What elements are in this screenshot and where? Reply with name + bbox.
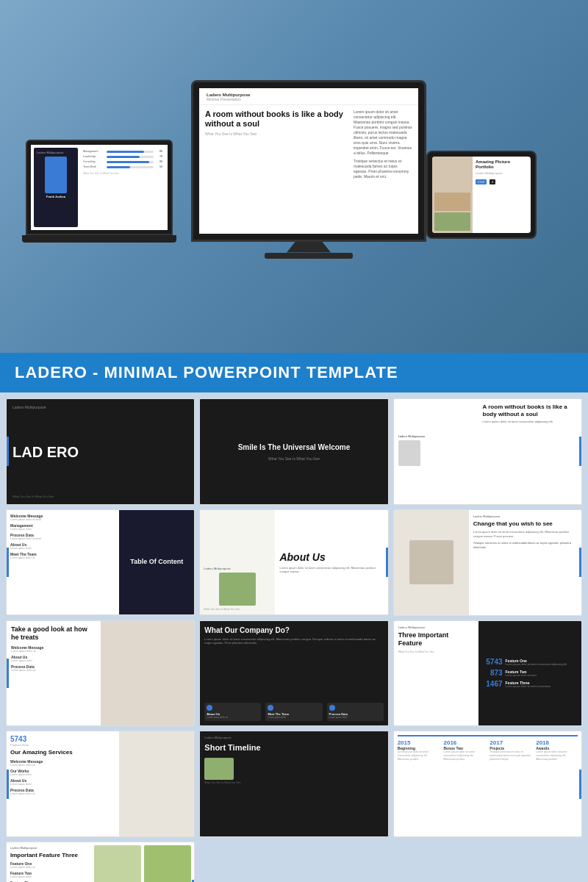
company-icon-3 bbox=[329, 705, 335, 711]
slide-6-brand: Ladero Multipurpose bbox=[473, 514, 577, 518]
look-item-3: Process DataLorem ipsum dolor sit bbox=[11, 664, 96, 672]
feature-num-3: 1467 bbox=[482, 680, 503, 688]
slide-important-feature-three: Ladero Multipurpose Important Feature Th… bbox=[6, 842, 195, 882]
slide-10-num-sub: Projects Done bbox=[10, 743, 115, 747]
toc-item-1: Welcome MessageLorem ipsum dolor sit ame… bbox=[10, 514, 115, 521]
laptop-device: Ladero Multipurpose Frank Joshua Managam… bbox=[22, 140, 176, 243]
tablet-title: Amazing Picture Portfolio bbox=[476, 159, 528, 170]
slide-6-accent-bar bbox=[579, 548, 581, 577]
year-2016-text: Lorem ipsum dolor sit amet consectetur a… bbox=[444, 750, 486, 761]
service-item-2: Our WorksLorem ipsum dolor bbox=[10, 769, 115, 776]
toc-item-4: About UsLorem ipsum dolor bbox=[10, 542, 115, 550]
year-2015-text: Lorem ipsum dolor sit amet consectetur a… bbox=[398, 750, 440, 761]
slide-7-title: Take a good look at how he treats bbox=[11, 625, 96, 642]
laptop-body bbox=[22, 235, 176, 243]
monitor-body: Lorem ipsum dolor sit amet consectetur a… bbox=[354, 110, 412, 156]
slide-6-title: Change that you wish to see bbox=[473, 520, 577, 528]
tablet-stat-1: 5743 bbox=[476, 179, 487, 184]
slide-11-title: Short Timeline bbox=[204, 742, 383, 753]
company-item-3: Process Data Lorem ipsum dolor bbox=[327, 703, 384, 721]
slide-1-footer: What You See Is What You See bbox=[12, 495, 188, 498]
company-icon-2 bbox=[268, 705, 273, 711]
slide-1-accent-bar bbox=[7, 437, 9, 466]
slide-3-body: Lorem ipsum dolor sit amet consectetur a… bbox=[483, 420, 577, 424]
feat-item-1: Feature OneLorem ipsum dolor sit bbox=[10, 861, 87, 869]
monitor-device: Ladero Multipurpose Minimal Presentation… bbox=[191, 80, 426, 259]
slide-11-footer: What You See Is What You See bbox=[204, 781, 383, 784]
slide-10-accent-bar bbox=[7, 770, 9, 799]
tablet: Amazing Picture Portfolio Ladero Multipu… bbox=[426, 151, 537, 239]
year-2018-label: 2018 bbox=[536, 739, 578, 746]
slide-9-title: Three Important Feature bbox=[398, 631, 474, 648]
feature-sub-2: Lorem ipsum dolor sit amet bbox=[506, 674, 578, 677]
laptop-footer: What You See Is What You See bbox=[83, 172, 162, 175]
slide-timeline-dates: 2015 Beginning Lorem ipsum dolor sit ame… bbox=[393, 731, 582, 837]
hero-section: Ladero Multipurpose Frank Joshua Managam… bbox=[0, 0, 588, 353]
laptop-person bbox=[45, 157, 67, 193]
feat3-img-a bbox=[94, 845, 141, 882]
monitor-stand bbox=[287, 242, 331, 253]
slide-10-title: Our Amazing Services bbox=[10, 749, 115, 756]
slide-13-brand: Ladero Multipurpose bbox=[10, 846, 87, 850]
slide-lad-ero: Ladero Multipurpose LAD ERO What You See… bbox=[6, 398, 195, 505]
feature-num-2: 873 bbox=[482, 669, 503, 677]
company-item-1: About Us Lorem ipsum dolor sit bbox=[204, 703, 261, 721]
feat-item-2: Feature TwoLorem ipsum dolor bbox=[10, 871, 87, 878]
year-2017-text: Tristique senectus et netus et malesuada… bbox=[490, 750, 531, 761]
slide-9-brand: Ladero Multipurpose bbox=[398, 625, 474, 629]
tablet-device: Amazing Picture Portfolio Ladero Multipu… bbox=[426, 151, 537, 239]
company-item-2: Meet The Team Lorem ipsum dolor bbox=[265, 703, 322, 721]
slide-11-image bbox=[204, 758, 234, 780]
slide-1-header: Ladero Multipurpose bbox=[12, 405, 188, 409]
feature-row-3: 1467 Feature Three Lorem ipsum dolor sit… bbox=[482, 680, 578, 688]
slide-2-footer: What You See Is What You See bbox=[268, 456, 320, 461]
slide-5-image bbox=[219, 573, 256, 606]
look-item-1: Welcome MessageLorem ipsum dolor sit bbox=[11, 645, 96, 653]
slide-5-brand: Ladero Multipurpose bbox=[204, 567, 271, 570]
slide-7-image-area bbox=[101, 621, 195, 726]
look-item-2: About UsLorem ipsum dolor bbox=[11, 655, 96, 662]
timeline-year-2018: 2018 Awards Lorem ipsum dolor sit amet c… bbox=[536, 739, 578, 761]
banner-title: LADERO - MINIMAL POWERPOINT TEMPLATE bbox=[15, 363, 398, 382]
slide-11-brand: Ladero Multipurpose bbox=[204, 736, 383, 739]
feature-num-1: 5743 bbox=[482, 658, 503, 666]
laptop-name: Frank Joshua bbox=[37, 195, 75, 198]
toc-item-5: Meet The TeamLorem ipsum dolor sit bbox=[10, 552, 115, 559]
service-item-1: Welcome MessageLorem ipsum dolor sit bbox=[10, 759, 115, 767]
slide-about-us: Ladero Multipurpose What You See Is What… bbox=[199, 509, 388, 616]
tablet-stat-2: 4 bbox=[490, 179, 495, 184]
slide-short-timeline: Ladero Multipurpose Short Timeline What … bbox=[199, 731, 388, 837]
slide-toc: Welcome MessageLorem ipsum dolor sit ame… bbox=[6, 509, 195, 616]
tablet-img-2 bbox=[434, 212, 470, 231]
slide-three-feature: Ladero Multipurpose Three Important Feat… bbox=[393, 620, 582, 727]
feature-list: Feature OneLorem ipsum dolor sit Feature… bbox=[10, 861, 87, 882]
slide-amazing-services: 5743 Projects Done Our Amazing Services … bbox=[6, 731, 195, 837]
slide-13-title: Important Feature Three bbox=[10, 852, 87, 858]
monitor-base bbox=[265, 253, 353, 259]
banner: LADERO - MINIMAL POWERPOINT TEMPLATE bbox=[0, 353, 588, 392]
slide-9-footer: What You See Is What You See bbox=[398, 650, 474, 653]
slide-5-title: About Us bbox=[279, 551, 383, 563]
service-item-4: Process DataLorem ipsum dolor sit bbox=[10, 788, 115, 795]
slide-4-title: Table Of Content bbox=[130, 558, 183, 567]
slide-5-footer: What You See Is What You See bbox=[204, 608, 271, 611]
monitor: Ladero Multipurpose Minimal Presentation… bbox=[191, 80, 426, 242]
slide-6-image bbox=[409, 540, 453, 584]
timeline-year-2017: 2017 Projects Tristique senectus et netu… bbox=[490, 739, 531, 761]
monitor-sub: Minimal Presentation bbox=[207, 97, 411, 101]
laptop-screen: Ladero Multipurpose Frank Joshua Managam… bbox=[26, 140, 173, 235]
slide-3-brand: Ladero Multipurpose bbox=[398, 434, 474, 438]
slide-6-quote: Tristique senectus et netus et malesuada… bbox=[473, 541, 577, 549]
slide-1-title: LAD ERO bbox=[12, 445, 188, 459]
year-2016-label: 2016 bbox=[444, 739, 486, 746]
year-2015-label: 2015 bbox=[398, 739, 440, 746]
slide-room: Ladero Multipurpose A room without books… bbox=[393, 398, 582, 505]
slide-6-body: Lorem ipsum dolor sit amet consectetur a… bbox=[473, 530, 577, 538]
company-icon-1 bbox=[207, 705, 212, 711]
slide-4-accent-bar bbox=[7, 548, 9, 577]
tablet-img-1 bbox=[434, 193, 470, 211]
year-2018-text: Lorem ipsum dolor sit amet consectetur a… bbox=[536, 750, 578, 761]
year-2017-label: 2017 bbox=[490, 739, 531, 746]
toc-item-3: Process DataLorem ipsum dolor sit amet bbox=[10, 533, 115, 540]
slide-company: What Our Company Do? Lorem ipsum dolor s… bbox=[199, 620, 388, 727]
